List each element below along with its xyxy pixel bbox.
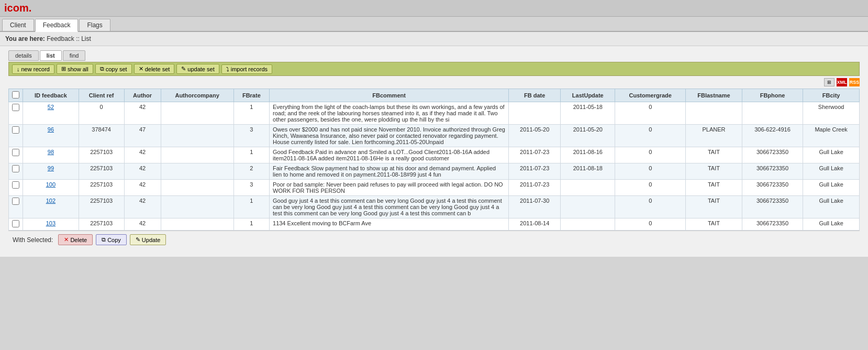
cell-checkbox <box>9 180 23 196</box>
cell-authorcompany <box>161 163 233 180</box>
table-row: 98 2257103 42 1 Good Feedback Paid in ad… <box>9 147 860 163</box>
import-records-label: import records <box>231 66 268 72</box>
cell-fbphone: 3066723350 <box>742 218 803 231</box>
cell-id[interactable]: 96 <box>23 125 79 147</box>
grid-view-button[interactable]: ⊞ <box>824 78 834 86</box>
cell-lastupdate: 2011-08-18 <box>561 163 615 180</box>
cell-fbphone: 3066723350 <box>742 147 803 163</box>
row-checkbox-4[interactable] <box>12 181 19 189</box>
cell-fblastname: TAIT <box>686 147 742 163</box>
tab-client[interactable]: Client <box>2 19 34 31</box>
cell-fbdate <box>509 102 561 125</box>
view-icons: ⊞ XML RSS <box>8 78 860 86</box>
cell-client-ref: 2257103 <box>79 180 124 196</box>
cell-client-ref: 378474 <box>79 125 124 147</box>
cell-authorcompany <box>161 196 233 218</box>
delete-set-button[interactable]: ✕ delete set <box>134 64 175 74</box>
row-checkbox-2[interactable] <box>12 149 19 156</box>
cell-fblastname <box>686 102 742 125</box>
header: icom. <box>0 0 868 17</box>
th-fbdate: FB date <box>509 89 561 102</box>
copy-set-button[interactable]: ⧉ copy set <box>95 64 132 74</box>
update-set-label: update set <box>187 66 214 72</box>
row-checkbox-3[interactable] <box>12 165 19 172</box>
th-author: Author <box>124 89 161 102</box>
import-records-button[interactable]: ⤵ import records <box>221 64 272 74</box>
cell-customergrade: 0 <box>615 102 686 125</box>
tab-bar: Client Feedback Flags <box>0 17 868 32</box>
cell-client-ref: 2257103 <box>79 218 124 231</box>
cell-id[interactable]: 98 <box>23 147 79 163</box>
show-all-button[interactable]: ⊞ show all <box>57 64 93 74</box>
cell-fbcomment: Good guy just 4 a test this comment can … <box>270 196 509 218</box>
update-set-button[interactable]: ✎ update set <box>176 64 219 74</box>
new-icon: ↓ <box>17 66 20 72</box>
copy-button[interactable]: ⧉ Copy <box>96 234 127 245</box>
cell-fbphone: 3066723350 <box>742 196 803 218</box>
row-checkbox-1[interactable] <box>12 126 19 134</box>
cell-id[interactable]: 103 <box>23 218 79 231</box>
copy-btn-label: Copy <box>107 237 121 243</box>
cell-checkbox <box>9 163 23 180</box>
cell-fbdate: 2011-05-20 <box>509 125 561 147</box>
row-checkbox-5[interactable] <box>12 198 19 205</box>
xml-view-button[interactable]: XML <box>837 78 847 86</box>
import-icon: ⤵ <box>226 66 229 72</box>
cell-fbcomment: Fair Feedback Slow payment had to show u… <box>270 163 509 180</box>
cell-checkbox <box>9 196 23 218</box>
cell-fblastname: PLANER <box>686 125 742 147</box>
cell-fbrate: 2 <box>233 163 269 180</box>
cell-fbrate: 1 <box>233 147 269 163</box>
cell-fbrate: 1 <box>233 218 269 231</box>
cell-id[interactable]: 52 <box>23 102 79 125</box>
cell-author: 42 <box>124 180 161 196</box>
cell-author: 42 <box>124 218 161 231</box>
update-button[interactable]: ✎ Update <box>130 234 166 245</box>
update-btn-icon: ✎ <box>136 236 140 243</box>
cell-id[interactable]: 100 <box>23 180 79 196</box>
breadcrumb-prefix: You are here: <box>5 35 45 42</box>
cell-fbrate: 1 <box>233 102 269 125</box>
table-row: 52 0 42 1 Everything from the light of t… <box>9 102 860 125</box>
cell-fbcomment: 1134 Excellent moving to BCFarm Ave <box>270 218 509 231</box>
th-fbphone: FBphone <box>742 89 803 102</box>
update-btn-label: Update <box>142 237 160 243</box>
delete-set-label: delete set <box>145 66 170 72</box>
cell-fblastname: TAIT <box>686 163 742 180</box>
tab-list[interactable]: list <box>40 50 62 61</box>
row-checkbox-0[interactable] <box>12 104 19 111</box>
th-client-ref: Client ref <box>79 89 124 102</box>
cell-customergrade: 0 <box>615 125 686 147</box>
select-all-checkbox[interactable] <box>12 91 19 99</box>
with-selected-label: With Selected: <box>13 236 53 244</box>
cell-fbcity: Maple Creek <box>803 125 860 147</box>
toolbar: ↓ new record ⊞ show all ⧉ copy set ✕ del… <box>8 62 860 76</box>
copy-icon: ⧉ <box>100 65 104 72</box>
cell-fbphone: 3066723350 <box>742 180 803 196</box>
cell-fbphone: 3066723350 <box>742 163 803 180</box>
cell-authorcompany <box>161 147 233 163</box>
cell-client-ref: 2257103 <box>79 196 124 218</box>
cell-id[interactable]: 99 <box>23 163 79 180</box>
tab-find[interactable]: find <box>63 50 86 61</box>
cell-lastupdate: 2011-05-20 <box>561 125 615 147</box>
logo: icom. <box>4 2 31 14</box>
rss-view-button[interactable]: RSS <box>849 78 860 86</box>
cell-fbcomment: Poor or bad sample: Never been paid refu… <box>270 180 509 196</box>
cell-customergrade: 0 <box>615 196 686 218</box>
delete-button[interactable]: ✕ Delete <box>58 234 93 245</box>
main-content: details list find ↓ new record ⊞ show al… <box>0 46 868 257</box>
cell-customergrade: 0 <box>615 147 686 163</box>
delete-icon: ✕ <box>139 65 143 72</box>
table-row: 103 2257103 42 1 1134 Excellent moving t… <box>9 218 860 231</box>
tab-details[interactable]: details <box>8 50 39 61</box>
new-record-button[interactable]: ↓ new record <box>12 64 54 74</box>
cell-author: 42 <box>124 196 161 218</box>
show-all-label: show all <box>68 66 88 72</box>
cell-authorcompany <box>161 218 233 231</box>
row-checkbox-6[interactable] <box>12 220 19 227</box>
tab-flags[interactable]: Flags <box>79 19 110 31</box>
cell-fbphone: 306-622-4916 <box>742 125 803 147</box>
tab-feedback[interactable]: Feedback <box>35 19 79 32</box>
cell-id[interactable]: 102 <box>23 196 79 218</box>
